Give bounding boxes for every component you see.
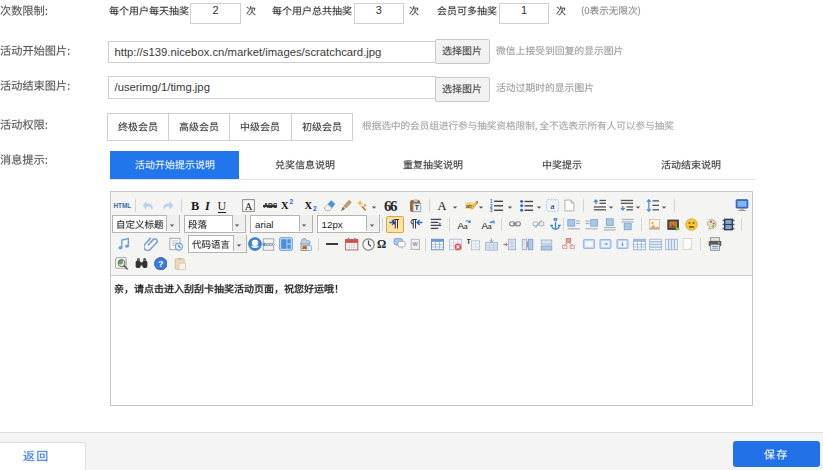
svg-text:?: ? <box>158 259 163 269</box>
svg-text:A: A <box>245 201 253 212</box>
svg-text:a: a <box>464 223 468 230</box>
svg-text:T: T <box>467 238 472 245</box>
svg-text:a: a <box>488 223 492 230</box>
svg-text:a: a <box>550 201 554 211</box>
svg-text:W: W <box>412 241 418 247</box>
svg-text:3: 3 <box>490 209 493 213</box>
